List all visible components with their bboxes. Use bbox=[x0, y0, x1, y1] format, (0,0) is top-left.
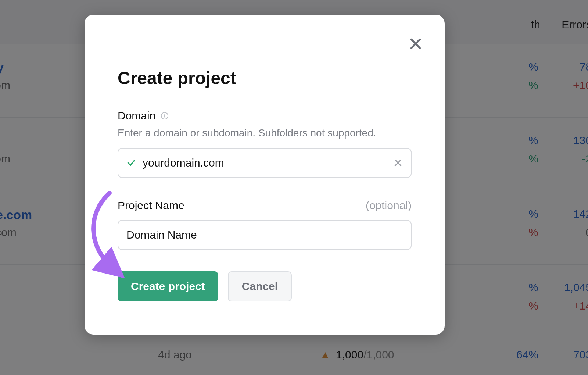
svg-point-2 bbox=[164, 114, 165, 115]
info-icon[interactable] bbox=[161, 112, 169, 120]
domain-input-wrap bbox=[118, 148, 412, 178]
clear-domain-button[interactable] bbox=[393, 158, 403, 168]
close-icon bbox=[408, 36, 423, 51]
create-project-button[interactable]: Create project bbox=[118, 271, 218, 301]
project-name-label: Project Name bbox=[118, 199, 184, 212]
domain-field-label: Domain bbox=[118, 110, 155, 122]
domain-field-help: Enter a domain or subdomain. Subfolders … bbox=[118, 127, 412, 139]
project-name-input[interactable] bbox=[126, 229, 403, 241]
domain-input[interactable] bbox=[143, 157, 393, 169]
project-name-optional-hint: (optional) bbox=[366, 199, 412, 212]
svg-rect-1 bbox=[164, 115, 165, 117]
cancel-button[interactable]: Cancel bbox=[228, 271, 292, 301]
create-project-modal: Create project Domain Enter a domain or … bbox=[85, 15, 445, 335]
modal-title: Create project bbox=[118, 68, 412, 88]
check-icon bbox=[126, 158, 136, 168]
project-name-input-wrap bbox=[118, 220, 412, 250]
modal-close-button[interactable] bbox=[407, 35, 424, 53]
